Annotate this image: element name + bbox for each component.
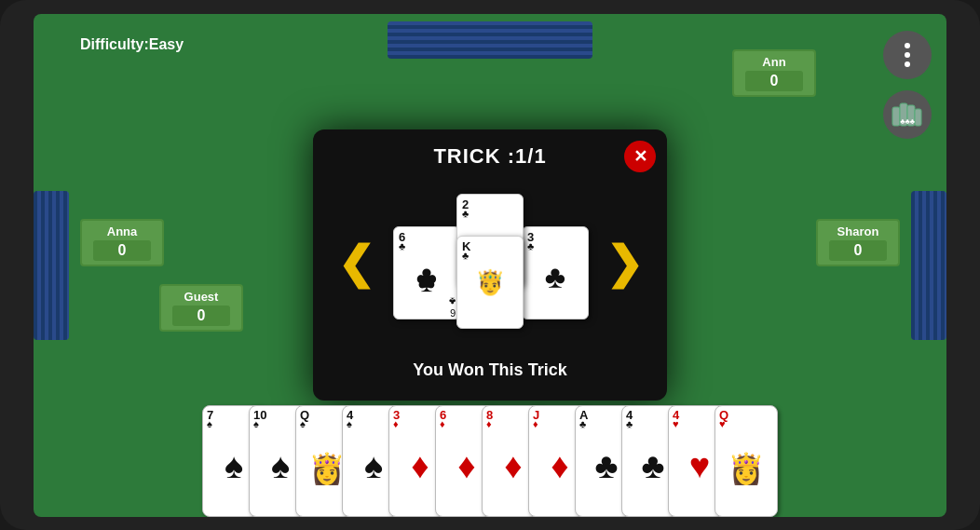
game-screen: Difficulty:Easy Ann 0 Anna 0 Guest 0 Sha… <box>34 14 946 517</box>
queen-face-qs: 👸 <box>308 451 346 486</box>
modal-close-button[interactable]: ✕ <box>624 141 656 172</box>
queen-face-qh: 👸 <box>728 451 765 486</box>
trick-card-3clubs: 3 ♣ ♣ <box>522 226 589 319</box>
card-suit-ac: ♣ <box>579 419 586 429</box>
card-suit-6d: ♦ <box>440 419 445 429</box>
card-3-suit: ♣ <box>545 259 565 295</box>
trick-cards-area: ❮ 6 ♣ ♣ ♣ 6♣ 2 ♣ <box>328 180 652 347</box>
cards-display: 6 ♣ ♣ ♣ 6♣ 2 ♣ ♣ <box>384 189 596 338</box>
trick-modal: TRICK :1/1 ✕ ❮ 6 ♣ ♣ ♣ 6♣ <box>313 129 667 401</box>
nav-right-arrow[interactable]: ❯ <box>596 241 652 286</box>
card-suit-qh: ♥ <box>719 419 726 429</box>
card-suit-4s: ♠ <box>347 419 352 429</box>
card-suit-8d: ♦ <box>486 419 492 429</box>
hand-card-qhearts[interactable]: Q ♥ 👸 <box>715 405 778 517</box>
trick-card-6clubs: 6 ♣ ♣ ♣ 6♣ <box>393 226 460 319</box>
device-frame: Difficulty:Easy Ann 0 Anna 0 Guest 0 Sha… <box>0 0 980 530</box>
trick-card-kclubs: K ♣ 🤴 <box>456 236 524 329</box>
card-suit-10s: ♠ <box>253 419 259 429</box>
card-suit-qs: ♠ <box>300 419 306 429</box>
card-suit-jd: ♦ <box>533 419 538 429</box>
king-face-icon: 🤴 <box>475 268 505 297</box>
win-message: You Won This Trick <box>328 355 652 386</box>
player-hand: 7 ♠ ♠ 10 ♠ ♠ Q ♠ 👸 4 ♠ ♠ <box>34 387 946 517</box>
card-suit-3d: ♦ <box>393 419 399 429</box>
card-suit-4c: ♣ <box>626 419 633 429</box>
nav-left-arrow[interactable]: ❮ <box>328 241 384 286</box>
card-suit-4h: ♥ <box>673 419 679 429</box>
modal-title: TRICK :1/1 <box>328 144 652 169</box>
card-suit-7s: ♠ <box>207 419 212 429</box>
